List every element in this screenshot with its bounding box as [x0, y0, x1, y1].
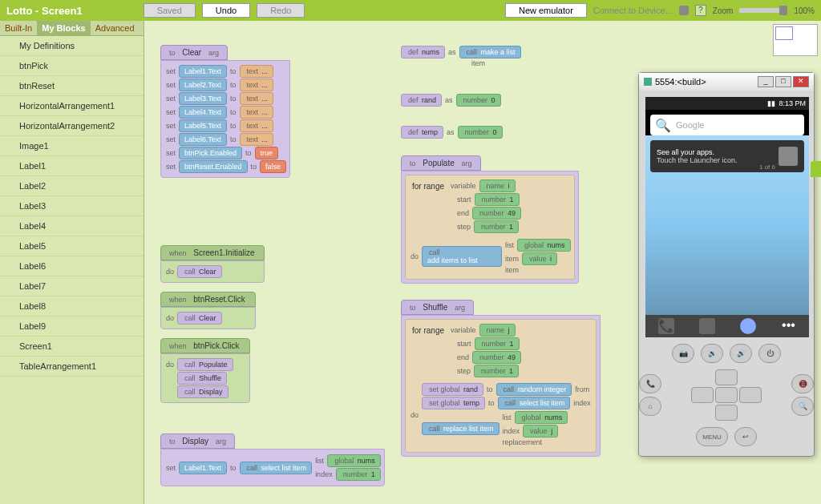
call-icon[interactable]: 📞 — [639, 374, 661, 393]
block-clear-procedure[interactable]: to Clear arg setLabel1.Texttotext ...set… — [160, 45, 290, 178]
camera-icon[interactable]: 📷 — [672, 344, 694, 363]
top-toolbar: Lotto - Screen1 Saved Undo Redo New emul… — [0, 0, 821, 21]
tab-myblocks[interactable]: My Blocks — [37, 21, 90, 35]
menu-button[interactable]: MENU — [696, 427, 728, 446]
device-status-icon — [679, 6, 689, 15]
block-def-temp[interactable]: def temp as number 0 — [401, 125, 503, 139]
maximize-icon[interactable]: □ — [775, 76, 791, 87]
palette-tabs: Built-In My Blocks Advanced — [0, 21, 144, 36]
search-icon: 🔍 — [655, 118, 671, 133]
end-call-icon[interactable]: 📵 — [791, 374, 814, 393]
sidebar-item[interactable]: Label4 — [0, 216, 144, 236]
tab-builtin[interactable]: Built-In — [0, 21, 37, 35]
sidebar-item[interactable]: Label6 — [0, 256, 144, 276]
dpad[interactable] — [690, 369, 763, 421]
phone-icon[interactable]: 📞 — [658, 318, 674, 334]
sidebar-item[interactable]: Label2 — [0, 176, 144, 196]
sidebar-item[interactable]: Label8 — [0, 296, 144, 317]
sidebar-item[interactable]: TableArrangement1 — [0, 357, 144, 377]
tab-advanced[interactable]: Advanced — [91, 21, 140, 35]
new-emulator-button[interactable]: New emulator — [505, 3, 587, 18]
saved-button[interactable]: Saved — [144, 3, 196, 18]
block-btnpick-click[interactable]: when btnPick.Click docall Populate call … — [160, 338, 250, 403]
undo-button[interactable]: Undo — [202, 3, 250, 18]
block-populate-procedure[interactable]: to Populate arg for range variablename i… — [401, 155, 579, 284]
sidebar: Built-In My Blocks Advanced My Definitio… — [0, 21, 144, 504]
vol-down-icon[interactable]: 🔉 — [701, 344, 723, 363]
back-icon[interactable]: ↩ — [734, 427, 757, 446]
connect-device-dropdown[interactable]: Connect to Device... — [593, 6, 673, 15]
more-icon[interactable]: ••• — [781, 318, 797, 334]
sidebar-item[interactable]: Label1 — [0, 156, 144, 176]
google-search-bar[interactable]: 🔍 Google — [650, 115, 804, 135]
search-placeholder: Google — [676, 120, 704, 130]
emulator-icon — [644, 78, 652, 86]
block-screen-initialize[interactable]: when Screen1.Initialize docall Clear — [160, 245, 265, 283]
emulator-window[interactable]: 5554:<build> _ □ ✕ ▮▮ 8:13 PM 🔍 Google S… — [638, 72, 815, 457]
vol-up-icon[interactable]: 🔊 — [730, 344, 752, 363]
browser-icon[interactable] — [740, 318, 756, 334]
dpad-up[interactable] — [715, 369, 738, 385]
block-def-nums[interactable]: def nums as call make a list item — [401, 45, 521, 68]
emulator-titlebar[interactable]: 5554:<build> _ □ ✕ — [639, 73, 814, 91]
zoom-percent: 100% — [794, 6, 815, 15]
sidebar-item[interactable]: Image1 — [0, 136, 144, 156]
close-icon[interactable]: ✕ — [793, 76, 809, 87]
search-hw-icon[interactable]: 🔍 — [791, 397, 814, 416]
zoom-slider[interactable] — [739, 8, 787, 13]
android-statusbar: ▮▮ 8:13 PM — [645, 97, 809, 110]
dpad-center[interactable] — [715, 387, 738, 403]
android-dock: 📞 ••• — [645, 315, 809, 337]
block-shuffle-procedure[interactable]: to Shuffle arg for range variablename j … — [401, 300, 601, 457]
sidebar-item[interactable]: HorizontalArrangement1 — [0, 96, 144, 116]
sidebar-item[interactable]: Label5 — [0, 236, 144, 256]
app-title: Lotto - Screen1 — [6, 5, 83, 17]
dpad-right[interactable] — [739, 387, 762, 403]
signal-icon: ▮▮ — [767, 99, 775, 107]
sidebar-item[interactable]: Label3 — [0, 196, 144, 216]
apps-grid-icon — [779, 147, 798, 166]
minimize-icon[interactable]: _ — [758, 76, 774, 87]
emulator-screen[interactable]: ▮▮ 8:13 PM 🔍 Google See all your apps. T… — [645, 97, 809, 337]
zoom-label: Zoom — [713, 6, 734, 15]
block-def-rand[interactable]: def rand as number 0 — [401, 93, 501, 107]
apps-icon[interactable] — [699, 318, 715, 334]
sidebar-item[interactable]: btnReset — [0, 76, 144, 96]
sidebar-item[interactable]: Screen1 — [0, 337, 144, 357]
dpad-left[interactable] — [691, 387, 714, 403]
help-icon[interactable]: ? — [695, 5, 706, 16]
sidebar-item[interactable]: btnPick — [0, 56, 144, 76]
launcher-hint: See all your apps. Touch the Launcher ic… — [650, 140, 804, 172]
emulator-title: 5554:<build> — [655, 77, 706, 87]
sidebar-item[interactable]: Label9 — [0, 317, 144, 337]
dpad-down[interactable] — [715, 405, 738, 421]
block-display-procedure[interactable]: to Display arg setLabel1.Textto call sel… — [160, 433, 385, 486]
block-btnreset-click[interactable]: when btnReset.Click docall Clear — [160, 292, 256, 329]
clock: 8:13 PM — [779, 99, 806, 107]
redo-button[interactable]: Redo — [257, 3, 305, 18]
sidebar-item[interactable]: HorizontalArrangement2 — [0, 116, 144, 136]
sidebar-item[interactable]: My Definitions — [0, 36, 144, 56]
android-mascot-icon — [811, 161, 821, 177]
sidebar-item[interactable]: Label7 — [0, 276, 144, 296]
minimap[interactable] — [773, 24, 818, 56]
power-icon[interactable]: ⏻ — [758, 344, 781, 363]
home-icon[interactable]: ⌂ — [639, 397, 661, 416]
